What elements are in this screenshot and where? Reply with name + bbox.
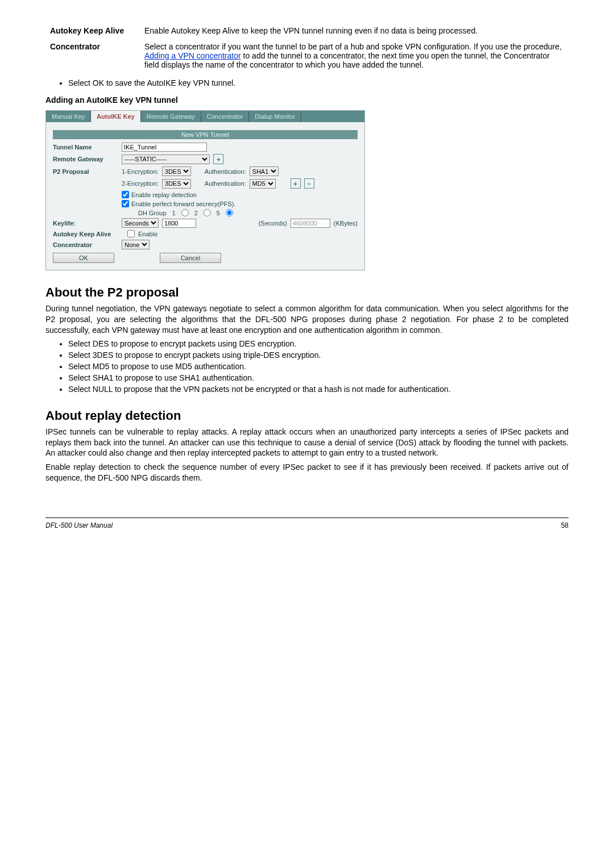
auth1-label: Authentication: (205, 168, 246, 175)
page-number: 58 (561, 521, 569, 529)
autokey-enable-text: Enable (138, 231, 157, 237)
tab-autoike-key[interactable]: AutoIKE Key (91, 111, 141, 122)
definition-text: Select a concentrator if you want the tu… (140, 39, 569, 73)
dh-radio-1[interactable] (181, 209, 189, 216)
replay-detection-label: Enable replay detection (131, 191, 197, 198)
tab-bar: Manual Key AutoIKE Key Remote Gateway Co… (46, 111, 364, 122)
keylife-seconds-input[interactable] (162, 219, 196, 228)
vpn-concentrator-link[interactable]: Adding a VPN concentrator (144, 51, 241, 60)
dh-option-1: 1 (172, 210, 176, 216)
autokey-enable-checkbox[interactable] (127, 230, 135, 237)
save-instruction: Select OK to save the AutoIKE key VPN tu… (68, 78, 569, 87)
dh-option-5: 5 (217, 210, 220, 216)
p2-proposal-label: P2 Proposal (53, 168, 118, 175)
list-item: Select SHA1 to propose to use SHA1 authe… (68, 373, 569, 382)
remote-gateway-select[interactable]: -----STATIC----- (122, 155, 210, 164)
p2-bullet-list: Select DES to propose to encrypt packets… (68, 339, 569, 394)
keylife-kbytes-input (291, 219, 330, 228)
add-gateway-icon[interactable]: ＋ (213, 154, 223, 164)
concentrator-field-label: Concentrator (53, 241, 118, 248)
form-panel: New VPN Tunnel Tunnel Name Remote Gatewa… (46, 122, 364, 270)
list-item: Select DES to propose to encrypt packets… (68, 339, 569, 348)
footer-title: DFL-500 User Manual (45, 521, 113, 529)
encryption1-label: 1-Encryption: (122, 168, 159, 175)
concentrator-select[interactable]: None (122, 240, 150, 249)
page-footer: DFL-500 User Manual 58 (45, 518, 569, 529)
dh-radio-2[interactable] (204, 209, 211, 216)
replay-paragraph-1: IPSec tunnels can be vulnerable to repla… (45, 427, 569, 459)
replay-detection-checkbox[interactable] (122, 191, 129, 198)
encryption2-label: 2-Encryption: (122, 180, 159, 187)
pfs-label: Enable perfect forward secrecy(PFS). (131, 201, 235, 207)
ok-button[interactable]: OK (53, 253, 114, 263)
cancel-button[interactable]: Cancel (160, 253, 221, 263)
keylife-label: Keylife: (53, 220, 118, 227)
add-proposal-icon[interactable]: ＋ (291, 178, 301, 189)
vpn-tunnel-screenshot: Manual Key AutoIKE Key Remote Gateway Co… (45, 110, 365, 270)
dh-radio-5[interactable] (226, 209, 233, 216)
definition-table: Autokey Keep Alive Enable Autokey Keep A… (45, 23, 569, 73)
keylife-unit-select[interactable]: Seconds (122, 218, 159, 228)
tab-concentrator[interactable]: Concentrator (201, 111, 250, 122)
list-item: Select 3DES to propose to encrypt packet… (68, 350, 569, 360)
save-instruction-list: Select OK to save the AutoIKE key VPN tu… (68, 78, 569, 87)
pfs-checkbox[interactable] (122, 200, 129, 207)
panel-title: New VPN Tunnel (53, 130, 358, 139)
dh-group-label: DH Group (138, 210, 167, 216)
auth2-select[interactable]: MD5 (250, 179, 276, 189)
tab-remote-gateway[interactable]: Remote Gateway (141, 111, 201, 122)
list-item: Select MD5 to propose to use MD5 authent… (68, 362, 569, 371)
definition-row: Autokey Keep Alive Enable Autokey Keep A… (45, 23, 569, 39)
autokey-keepalive-label: Autokey Keep Alive (53, 231, 124, 237)
tunnel-name-input[interactable] (122, 143, 207, 152)
dh-option-2: 2 (194, 210, 198, 216)
definition-text: Enable Autokey Keep Alive to keep the VP… (140, 23, 569, 39)
figure-caption: Adding an AutoIKE key VPN tunnel (45, 95, 569, 105)
tab-dialup-monitor[interactable]: Dialup Monitor (249, 111, 301, 122)
definition-label: Autokey Keep Alive (45, 23, 140, 39)
p2-paragraph: During tunnel negotiation, the VPN gatew… (45, 303, 569, 336)
keylife-seconds-suffix: (Seconds) (259, 220, 287, 227)
remove-proposal-icon[interactable]: － (304, 178, 314, 189)
keylife-kbytes-suffix: (KBytes) (334, 220, 358, 227)
auth1-select[interactable]: SHA1 (250, 166, 279, 176)
list-item: Select NULL to propose that the VPN pack… (68, 385, 569, 394)
encryption2-select[interactable]: 3DES (162, 179, 191, 189)
tunnel-name-label: Tunnel Name (53, 144, 118, 151)
definition-label: Concentrator (45, 39, 140, 73)
auth2-label: Authentication: (205, 180, 246, 187)
section-heading-replay: About replay detection (45, 408, 569, 423)
tab-manual-key[interactable]: Manual Key (46, 111, 91, 122)
encryption1-select[interactable]: 3DES (162, 166, 191, 176)
replay-paragraph-2: Enable replay detection to check the seq… (45, 462, 569, 483)
remote-gateway-label: Remote Gateway (53, 156, 118, 162)
definition-row: Concentrator Select a concentrator if yo… (45, 39, 569, 73)
section-heading-p2: About the P2 proposal (45, 285, 569, 300)
